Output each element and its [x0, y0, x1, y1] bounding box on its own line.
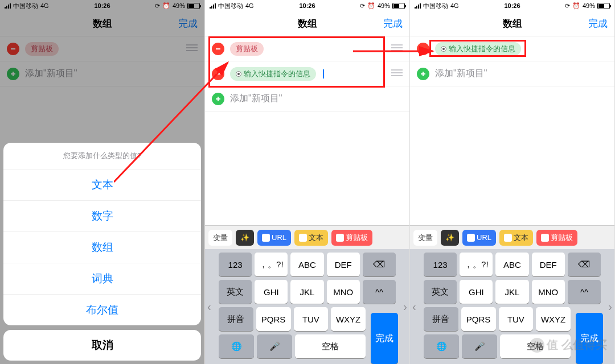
key-pinyin[interactable]: 拼音: [424, 307, 458, 331]
key-def[interactable]: DEF: [327, 253, 360, 276]
magic-variable-icon: [441, 46, 446, 52]
key-ghi[interactable]: GHI: [460, 280, 493, 304]
screen-2: 中国移动4G 10:26 ⟳⏰49% 数组 完成 剪贴板 输入快捷指令的信息 添…: [205, 0, 410, 364]
sheet-option-dict[interactable]: 词典: [3, 263, 201, 295]
clipboard-pill[interactable]: 剪贴板: [230, 42, 264, 56]
drag-handle-icon[interactable]: [391, 44, 403, 54]
sheet-option-array[interactable]: 数组: [3, 232, 201, 263]
chevron-right-icon[interactable]: ›: [608, 300, 612, 313]
key-mic[interactable]: 🎤: [462, 334, 497, 358]
rotation-lock-icon: ⟳: [360, 2, 365, 10]
sheet-option-text[interactable]: 文本: [3, 169, 201, 201]
chip-variable[interactable]: 变量: [413, 230, 437, 246]
battery-pct: 49%: [173, 2, 185, 9]
key-wxyz[interactable]: WXYZ: [331, 307, 366, 331]
add-icon[interactable]: [212, 93, 224, 105]
delete-icon[interactable]: [212, 68, 224, 80]
key-abc[interactable]: ABC: [495, 253, 528, 276]
key-tuv[interactable]: TUV: [294, 307, 329, 331]
delete-icon[interactable]: [417, 43, 429, 55]
list-item-clipboard[interactable]: 剪贴板: [205, 36, 409, 61]
key-mno[interactable]: MNO: [327, 280, 360, 304]
key-pqrs[interactable]: PQRS: [256, 307, 291, 331]
chip-magic-wand[interactable]: ✨: [236, 230, 254, 246]
text-cursor: [323, 69, 324, 78]
done-button[interactable]: 完成: [588, 17, 608, 30]
key-jkl[interactable]: JKL: [290, 280, 323, 304]
delete-icon[interactable]: [212, 43, 224, 55]
alarm-icon: ⏰: [162, 2, 170, 10]
drag-handle-icon[interactable]: [391, 69, 403, 79]
keyboard-suggestion-bar: 变量 ✨ URL 文本 剪贴板: [205, 225, 409, 249]
status-bar: 中国移动4G 10:26 ⟳⏰49%: [410, 0, 614, 11]
done-button[interactable]: 完成: [383, 17, 403, 30]
sheet-option-number[interactable]: 数字: [3, 201, 201, 232]
navbar: 数组 完成: [205, 11, 409, 36]
screen-3: 中国移动4G 10:26 ⟳⏰49% 数组 完成 输入快捷指令的信息 添加"新项…: [410, 0, 615, 364]
add-item-row[interactable]: 添加"新项目": [205, 86, 409, 111]
svg-rect-18: [421, 73, 425, 75]
key-punct[interactable]: ，。?!: [255, 253, 288, 276]
chip-url[interactable]: URL: [462, 230, 496, 246]
key-abc[interactable]: ABC: [290, 253, 323, 276]
sheet-option-bool[interactable]: 布尔值: [3, 295, 201, 325]
svg-rect-11: [391, 69, 403, 71]
chevron-left-icon[interactable]: ‹: [412, 300, 416, 313]
signal-icon: [415, 3, 421, 9]
svg-rect-16: [421, 48, 425, 49]
key-ghi[interactable]: GHI: [255, 280, 288, 304]
key-punct[interactable]: ，。?!: [460, 253, 493, 276]
key-emoji[interactable]: ^^: [568, 280, 601, 304]
chip-url[interactable]: URL: [257, 230, 291, 246]
battery-icon: [187, 3, 200, 9]
key-tuv[interactable]: TUV: [499, 307, 534, 331]
key-wxyz[interactable]: WXYZ: [536, 307, 571, 331]
key-english[interactable]: 英文: [219, 280, 252, 304]
key-done[interactable]: 完成: [371, 313, 398, 364]
sheet-cancel-button[interactable]: 取消: [3, 330, 201, 361]
chip-text[interactable]: 文本: [294, 230, 328, 246]
key-backspace[interactable]: ⌫: [568, 253, 601, 276]
network: 4G: [40, 2, 49, 9]
chevron-left-icon[interactable]: ‹: [207, 300, 211, 313]
chip-text[interactable]: 文本: [499, 230, 533, 246]
svg-rect-7: [391, 44, 403, 46]
shortcut-input-pill[interactable]: 输入快捷指令的信息: [230, 67, 316, 81]
svg-rect-8: [391, 47, 403, 48]
key-123[interactable]: 123: [219, 253, 252, 276]
chevron-right-icon[interactable]: ›: [403, 300, 407, 313]
key-mic[interactable]: 🎤: [257, 334, 292, 358]
svg-rect-9: [391, 50, 403, 51]
key-123[interactable]: 123: [424, 253, 457, 276]
clock: 10:26: [299, 2, 315, 9]
add-icon[interactable]: [417, 68, 429, 80]
shortcut-input-pill[interactable]: 输入快捷指令的信息: [435, 42, 521, 56]
list-item-shortcut-input[interactable]: 输入快捷指令的信息: [205, 61, 409, 86]
key-space[interactable]: 空格: [295, 334, 366, 358]
key-emoji[interactable]: ^^: [363, 280, 396, 304]
list-item-shortcut-input[interactable]: 输入快捷指令的信息: [410, 36, 614, 61]
svg-rect-6: [216, 48, 220, 49]
key-jkl[interactable]: JKL: [495, 280, 528, 304]
key-english[interactable]: 英文: [424, 280, 457, 304]
key-pinyin[interactable]: 拼音: [219, 307, 253, 331]
svg-rect-15: [216, 98, 220, 100]
chip-clipboard[interactable]: 剪贴板: [331, 230, 372, 246]
key-backspace[interactable]: ⌫: [363, 253, 396, 276]
signal-icon: [5, 3, 11, 9]
rotation-lock-icon: ⟳: [565, 2, 570, 10]
add-item-row[interactable]: 添加"新项目": [410, 61, 614, 86]
chip-clipboard[interactable]: 剪贴板: [536, 230, 577, 246]
key-mno[interactable]: MNO: [532, 280, 565, 304]
chip-magic-wand[interactable]: ✨: [441, 230, 459, 246]
key-pqrs[interactable]: PQRS: [461, 307, 496, 331]
key-globe[interactable]: 🌐: [424, 334, 459, 358]
svg-rect-13: [391, 75, 403, 76]
chip-variable[interactable]: 变量: [208, 230, 232, 246]
watermark-logo-icon: 值: [530, 338, 544, 353]
keyboard: ‹ › 123 ，。?! ABC DEF ⌫ 英文 GHI JKL MNO ^^…: [205, 249, 409, 364]
key-def[interactable]: DEF: [532, 253, 565, 276]
key-globe[interactable]: 🌐: [219, 334, 254, 358]
clock: 10:26: [94, 2, 110, 9]
battery-icon: [392, 3, 405, 9]
